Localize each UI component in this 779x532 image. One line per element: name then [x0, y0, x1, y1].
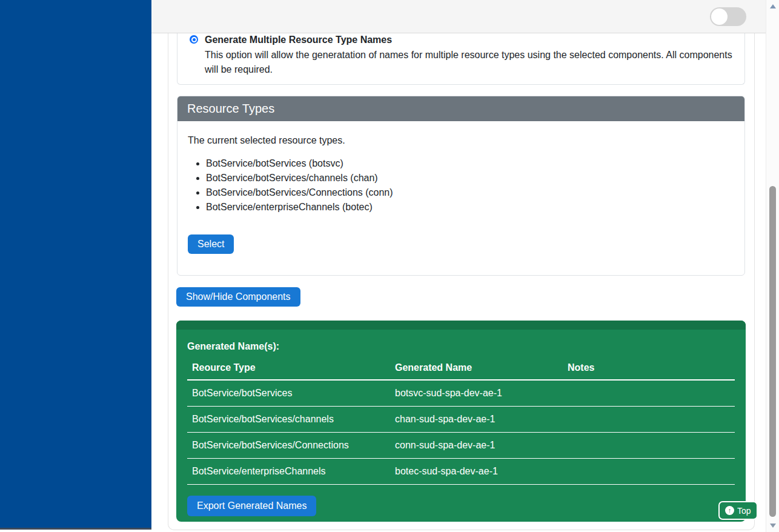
theme-toggle-switch[interactable] — [710, 7, 746, 26]
radio-option-row: Generate Multiple Resource Type Names — [190, 33, 732, 47]
generated-name-row: BotService/enterpriseChannelsbotec-sud-s… — [187, 459, 735, 485]
column-header-generated-name: Generated Name — [390, 361, 563, 380]
scrollbar-track[interactable] — [766, 0, 779, 532]
radio-dot — [193, 38, 196, 41]
cell-generated-name: conn-sud-spa-dev-ae-1 — [390, 433, 563, 459]
generated-name-row: BotService/botServices/channelschan-sud-… — [187, 407, 735, 433]
generated-panel-header-strip — [176, 321, 746, 330]
generate-option-card: Generate Multiple Resource Type Names Th… — [177, 33, 745, 85]
resource-type-item: BotService/botServices/channels (chan) — [206, 171, 734, 185]
cell-generated-name: botec-sud-spa-dev-ae-1 — [390, 459, 563, 485]
scrollbar-up-arrow-icon[interactable] — [770, 4, 776, 8]
option-description: This option will allow the generatation … — [205, 48, 735, 77]
select-button[interactable]: Select — [188, 234, 234, 254]
radio-selected-icon[interactable] — [190, 35, 198, 44]
cell-resource-type: BotService/botServices/channels — [187, 407, 390, 433]
generated-names-table: Reource Type Generated Name Notes BotSer… — [187, 361, 735, 485]
cell-notes — [563, 380, 735, 407]
radio-inner-ring — [191, 37, 197, 42]
cell-notes — [563, 407, 735, 433]
export-generated-names-button[interactable]: Export Generated Names — [187, 496, 316, 516]
resource-types-header: Resource Types — [177, 96, 744, 121]
column-header-resource-type: Reource Type — [187, 361, 390, 380]
table-header-row: Reource Type Generated Name Notes — [187, 361, 735, 380]
generated-names-panel: Generated Name(s): Reource Type Generate… — [176, 321, 746, 522]
cell-resource-type: BotService/enterpriseChannels — [187, 459, 390, 485]
column-header-notes: Notes — [563, 361, 735, 380]
top-bar — [151, 0, 766, 33]
resource-type-item: BotService/botServices/Connections (conn… — [206, 185, 734, 200]
resource-types-card: Resource Types The current selected reso… — [177, 96, 745, 276]
resource-types-intro: The current selected resource types. — [188, 133, 734, 148]
generated-names-heading: Generated Name(s): — [187, 341, 735, 351]
show-hide-components-button[interactable]: Show/Hide Components — [176, 287, 300, 307]
cell-resource-type: BotService/botServices/Connections — [187, 433, 390, 459]
cell-generated-name: botsvc-sud-spa-dev-ae-1 — [390, 380, 563, 407]
generated-names-rows: BotService/botServicesbotsvc-sud-spa-dev… — [187, 380, 735, 485]
resource-type-list: BotService/botServices (botsvc)BotServic… — [188, 156, 734, 214]
top-button-label: Top — [737, 506, 751, 516]
scrollbar-down-arrow-icon[interactable] — [770, 524, 776, 528]
arrow-up-circle-icon: ↑ — [725, 506, 734, 515]
scrollbar-thumb[interactable] — [769, 186, 776, 517]
cell-generated-name: chan-sud-spa-dev-ae-1 — [390, 407, 563, 433]
resource-type-item: BotService/botServices (botsvc) — [206, 156, 734, 171]
toggle-knob-icon — [711, 8, 728, 25]
sidebar-nav — [0, 0, 151, 528]
generated-name-row: BotService/botServices/Connectionsconn-s… — [187, 433, 735, 459]
sidebar-bottom-edge — [0, 528, 151, 530]
cell-notes — [563, 459, 735, 485]
generated-panel-body: Generated Name(s): Reource Type Generate… — [176, 330, 746, 527]
generated-name-row: BotService/botServicesbotsvc-sud-spa-dev… — [187, 380, 735, 407]
option-title-label[interactable]: Generate Multiple Resource Type Names — [205, 33, 392, 47]
resource-type-item: BotService/enterpriseChannels (botec) — [206, 200, 734, 214]
cell-resource-type: BotService/botServices — [187, 380, 390, 407]
back-to-top-button[interactable]: ↑ Top — [718, 501, 758, 520]
resource-types-body: The current selected resource types. Bot… — [177, 121, 744, 266]
cell-notes — [563, 433, 735, 459]
